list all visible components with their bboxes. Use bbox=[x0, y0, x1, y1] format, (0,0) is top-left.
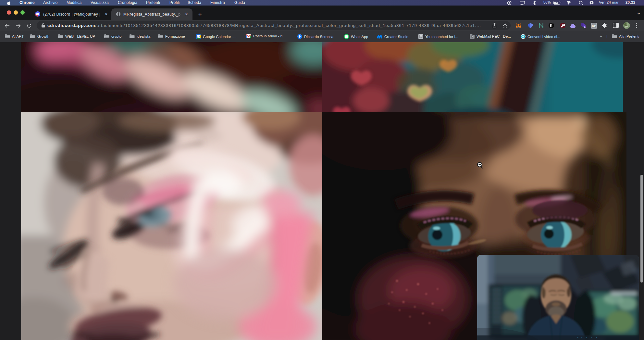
svg-text:17: 17 bbox=[197, 35, 200, 38]
svg-text:6: 6 bbox=[584, 26, 586, 28]
svg-text:KP: KP bbox=[592, 24, 596, 28]
